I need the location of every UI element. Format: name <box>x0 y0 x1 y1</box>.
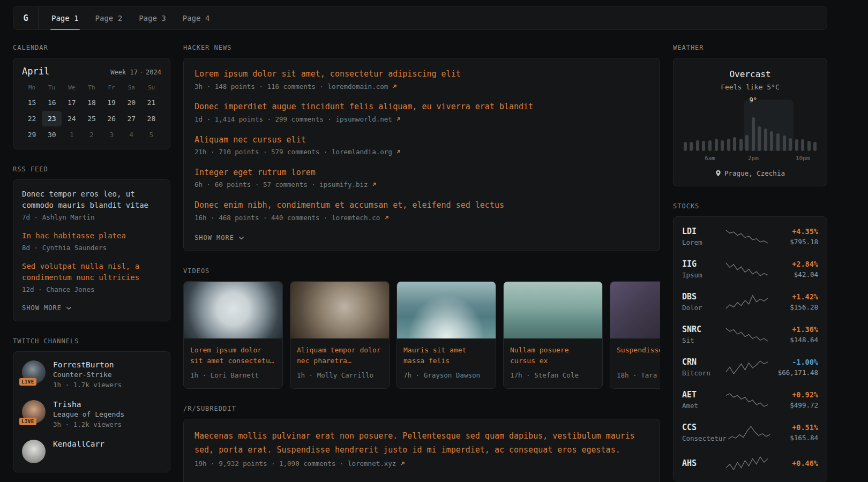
hackernews-item-domain[interactable]: ipsumify.biz <box>319 180 377 189</box>
video-title[interactable]: Aliquam tempor dolor nec pharetra… <box>297 345 383 367</box>
hackernews-item-title[interactable]: Aliquam nec cursus elit <box>194 134 649 146</box>
stock-row[interactable]: CCSConsectetur+0.51%$165.84 <box>682 416 818 449</box>
calendar-day[interactable]: 19 <box>102 95 122 110</box>
calendar-day[interactable]: 30 <box>42 127 62 142</box>
calendar-day[interactable]: 3 <box>102 127 122 142</box>
stock-values: +2.84%$42.04 <box>769 260 818 278</box>
calendar-day[interactable]: 24 <box>62 111 81 126</box>
hackernews-item-domain[interactable]: loremlandia.org <box>332 148 401 156</box>
weather-bar <box>801 139 804 151</box>
weather-bar-slot <box>701 141 707 151</box>
videos-widget: VIDEOS Lorem ipsum dolor sit amet consec… <box>183 267 660 389</box>
calendar-day[interactable]: 17 <box>62 95 81 110</box>
tab-page-4[interactable]: Page 4 <box>182 7 211 29</box>
channel-game: League of Legends <box>53 410 124 418</box>
stock-id: LDILorem <box>682 227 724 246</box>
weather-bar-slot <box>769 131 775 151</box>
stock-row[interactable]: SNRCSit+1.36%$148.64 <box>682 318 818 351</box>
hackernews-item-info: 6h · 60 points · 57 comments · <box>194 180 319 189</box>
calendar-day[interactable]: 16 <box>42 95 62 110</box>
video-card[interactable]: Aliquam tempor dolor nec pharetra…1h · M… <box>290 281 390 389</box>
calendar-day[interactable]: 25 <box>81 111 101 126</box>
hackernews-item-title[interactable]: Donec enim nibh, condimentum et accumsan… <box>194 199 649 212</box>
channel-name[interactable]: KendallCarr <box>53 440 104 448</box>
calendar-day[interactable]: 2 <box>81 127 101 142</box>
stock-price: $148.64 <box>769 336 818 344</box>
weather-bar <box>690 142 693 151</box>
video-title[interactable]: Lorem ipsum dolor sit amet consectetu… <box>190 345 276 367</box>
avatar <box>22 440 46 463</box>
twitch-widget-title: TWITCH CHANNELS <box>13 337 170 345</box>
twitch-channel[interactable]: KendallCarr <box>22 440 161 463</box>
video-card[interactable]: Mauris sit amet massa felis7h · Grayson … <box>396 281 496 389</box>
calendar-day[interactable]: 22 <box>22 111 42 126</box>
hackernews-item-title[interactable]: Lorem ipsum dolor sit amet, consectetur … <box>194 68 649 80</box>
stock-row[interactable]: IIGIpsum+2.84%$42.04 <box>682 253 818 285</box>
twitch-channel[interactable]: LIVETrishaLeague of Legends3h · 1.2k vie… <box>22 400 161 430</box>
calendar-day[interactable]: 5 <box>141 127 161 142</box>
stock-chart <box>724 229 769 245</box>
calendar-day[interactable]: 29 <box>22 127 42 142</box>
video-card[interactable]: Nullam posuere cursus ex17h · Stefan Col… <box>503 281 603 389</box>
twitch-channel[interactable]: LIVEForrestBurtonCounter-Strike1h · 1.7k… <box>22 360 161 390</box>
channel-meta: 1h · 1.7k viewers <box>53 380 122 390</box>
stock-values: +1.36%$148.64 <box>769 325 818 344</box>
calendar-day[interactable]: 15 <box>22 95 42 110</box>
hackernews-item-domain[interactable]: loremtech.co <box>332 214 389 222</box>
rss-item-title[interactable]: Sed volutpat nulla nisl, a condimentum n… <box>22 261 161 283</box>
hackernews-item-title[interactable]: Integer eget rutrum lorem <box>194 167 649 179</box>
calendar-day[interactable]: 27 <box>122 111 141 126</box>
stock-symbol: CRN <box>682 357 724 367</box>
video-thumbnail <box>397 282 496 338</box>
stock-row[interactable]: DBSDolor+1.42%$156.28 <box>682 285 818 318</box>
weather-bar-slot <box>682 142 689 151</box>
avatar: LIVE <box>22 360 46 384</box>
stock-price: $499.72 <box>769 401 818 409</box>
weather-bar <box>684 142 687 151</box>
channel-name[interactable]: Trisha <box>53 400 124 409</box>
weather-bar <box>733 137 736 151</box>
stock-row[interactable]: AETAmet+0.92%$499.72 <box>682 383 818 416</box>
calendar-day[interactable]: 20 <box>122 95 141 110</box>
subreddit-item-title[interactable]: Maecenas mollis pulvinar erat non posuer… <box>194 429 649 457</box>
hackernews-item-domain[interactable]: loremdomain.com <box>327 82 396 91</box>
show-more-button[interactable]: SHOW MORE <box>194 234 244 242</box>
stock-row[interactable]: CRNBitcorn-1.00%$66,171.48 <box>682 351 818 383</box>
tab-page-3[interactable]: Page 3 <box>138 7 167 29</box>
weather-bar-slot <box>744 135 750 151</box>
video-card[interactable]: Suspendisse diam18h · Tara <box>610 281 660 389</box>
subreddit-widget: /R/SUBREDDIT Maecenas mollis pulvinar er… <box>183 405 660 482</box>
video-body: Suspendisse diam18h · Tara <box>610 338 660 388</box>
tab-page-1[interactable]: Page 1 <box>50 7 80 29</box>
subreddit-item-domain[interactable]: loremnet.xyz <box>348 460 405 468</box>
tab-page-2[interactable]: Page 2 <box>94 7 124 29</box>
calendar-day[interactable]: 1 <box>62 127 81 142</box>
video-card[interactable]: Lorem ipsum dolor sit amet consectetu…1h… <box>183 281 283 389</box>
video-title[interactable]: Nullam posuere cursus ex <box>510 345 596 367</box>
rss-item-title[interactable]: In hac habitasse platea <box>22 230 161 242</box>
stock-price: $795.18 <box>769 238 818 246</box>
stock-chart <box>724 294 769 310</box>
calendar-day[interactable]: 28 <box>141 111 161 126</box>
calendar-day[interactable]: 4 <box>122 127 141 142</box>
stock-id: IIGIpsum <box>682 259 724 279</box>
video-title[interactable]: Mauris sit amet massa felis <box>403 345 489 367</box>
stock-change: -1.00% <box>769 358 818 366</box>
stock-row[interactable]: AHS+0.46% <box>682 449 818 478</box>
stock-row[interactable]: LDILorem+4.35%$795.18 <box>682 220 818 253</box>
video-title[interactable]: Suspendisse diam <box>617 345 660 367</box>
calendar-day[interactable]: 18 <box>81 95 101 110</box>
hackernews-item-domain[interactable]: ipsumworld.net <box>335 115 401 123</box>
channel-name[interactable]: ForrestBurton <box>53 360 122 369</box>
external-link-icon <box>400 461 405 466</box>
rss-item-title[interactable]: Donec tempor eros leo, ut commodo mauris… <box>22 189 161 211</box>
hackernews-item-title[interactable]: Donec imperdiet augue tincidunt felis al… <box>194 101 649 113</box>
show-more-button[interactable]: SHOW MORE <box>22 304 72 312</box>
calendar-day[interactable]: 26 <box>102 111 122 126</box>
logo[interactable]: G <box>13 7 39 29</box>
weather-bar <box>764 129 767 151</box>
middle-column: HACKER NEWS Lorem ipsum dolor sit amet, … <box>183 44 660 482</box>
stock-values: +0.46% <box>769 459 818 468</box>
calendar-day[interactable]: 23 <box>42 111 62 126</box>
calendar-day[interactable]: 21 <box>141 95 161 110</box>
